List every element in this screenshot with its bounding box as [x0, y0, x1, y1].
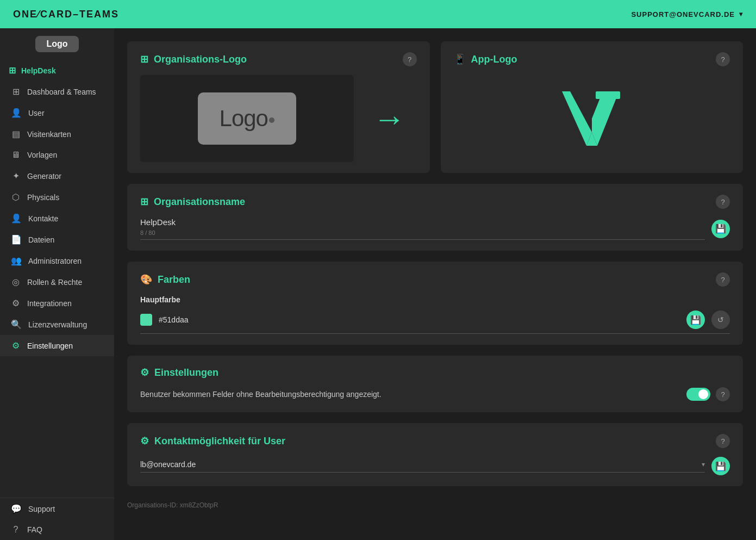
sidebar-item-label: User: [28, 109, 45, 117]
toggle-slider: [686, 388, 710, 401]
org-name-input[interactable]: [140, 218, 705, 227]
kontakt-save-button[interactable]: 💾: [711, 457, 730, 475]
sidebar-item-label: HelpDesk: [21, 66, 56, 75]
color-save-button[interactable]: 💾: [686, 311, 705, 329]
sidebar-item-label: FAQ: [27, 525, 42, 534]
help-icon: ?: [721, 55, 724, 64]
generator-icon: ✦: [11, 171, 21, 181]
sidebar-item-label: Integrationen: [27, 299, 72, 308]
sidebar-item-vorlagen[interactable]: 🖥 Vorlagen: [0, 145, 114, 165]
sidebar-item-label: Dashboard & Teams: [27, 88, 96, 96]
farben-title: 🎨 Farben: [140, 274, 190, 285]
sidebar-item-integrationen[interactable]: ⚙ Integrationen: [0, 293, 114, 314]
sidebar-item-rollen-rechte[interactable]: ◎ Rollen & Rechte: [0, 271, 114, 293]
sidebar-item-einstellungen[interactable]: ⚙ Einstellungen: [0, 335, 114, 356]
sidebar-item-label: Generator: [27, 172, 61, 181]
kontakt-dropdown-wrap: lb@onevcard.de ▾: [140, 460, 705, 473]
org-logo-card: ⊞ Organisations-Logo ? Logo →: [127, 41, 430, 173]
org-name-hint: 8 / 80: [140, 229, 705, 236]
contact-icon: ⚙: [140, 435, 149, 447]
kontakt-title: ⚙ Kontaktmöglichkeit für User: [140, 435, 285, 447]
image-icon: ⊞: [140, 53, 148, 65]
brand-name: ONE∕CARD–TEAMS: [13, 9, 119, 20]
org-name-save-button[interactable]: 💾: [711, 220, 730, 238]
sidebar-item-visitenkarten[interactable]: ▤ Visitenkarten: [0, 123, 114, 145]
farben-help-button[interactable]: ?: [716, 272, 730, 287]
arrow-right-icon: →: [373, 100, 406, 138]
roles-icon: ◎: [11, 277, 21, 287]
helpdesk-icon: ⊞: [9, 65, 16, 76]
sidebar-item-physicals[interactable]: ⬡ Physicals: [0, 187, 114, 208]
arrow-area: →: [363, 89, 417, 148]
kontakte-icon: 👤: [11, 213, 22, 224]
sidebar-item-lizenzverwaltung[interactable]: 🔍 Lizenzverwaltung: [0, 314, 114, 335]
app-logo-help-button[interactable]: ?: [716, 52, 730, 66]
help-icon: ?: [408, 55, 411, 64]
sidebar-item-label: Administratoren: [28, 257, 82, 265]
kontakt-dropdown[interactable]: lb@onevcard.de: [140, 460, 695, 469]
app-logo-display: [454, 75, 730, 162]
svg-marker-0: [562, 91, 592, 146]
toggle-controls: ?: [686, 387, 730, 401]
building-icon: ⊞: [140, 196, 148, 208]
sidebar-item-administratoren[interactable]: 👥 Administratoren: [0, 250, 114, 271]
help-icon: ?: [721, 276, 724, 284]
toggle-row: Benutzer bekommen Felder ohne Bearbeitun…: [140, 387, 730, 401]
sidebar-item-dateien[interactable]: 📄 Dateien: [0, 229, 114, 250]
logo-section: ⊞ Organisations-Logo ? Logo →: [127, 41, 743, 173]
admin-icon: 👥: [11, 256, 22, 266]
sidebar-logo-area: Logo: [0, 28, 114, 60]
help-icon: ?: [721, 198, 724, 206]
org-name-field-row: 8 / 80 💾: [140, 218, 730, 240]
sidebar-item-faq[interactable]: ? FAQ: [0, 519, 114, 540]
layout: Logo ⊞ HelpDesk ⊞ Dashboard & Teams 👤 Us…: [0, 28, 756, 540]
sidebar-item-support[interactable]: 💬 Support: [0, 498, 114, 519]
kontakt-help-button[interactable]: ?: [716, 434, 730, 448]
chevron-down-icon: ▾: [702, 461, 705, 468]
sidebar-item-label: Rollen & Rechte: [27, 278, 82, 287]
app-logo-card: 📱 App-Logo ?: [441, 41, 743, 173]
kontakt-card: ⚙ Kontaktmöglichkeit für User ? lb@onevc…: [127, 423, 743, 486]
color-row: #51ddaa 💾 ↺: [140, 311, 730, 334]
sidebar-item-label: Support: [28, 505, 55, 513]
sidebar-item-user[interactable]: 👤 User: [0, 102, 114, 123]
phone-icon: 📱: [454, 53, 466, 65]
sidebar-item-dashboard-teams[interactable]: ⊞ Dashboard & Teams: [0, 81, 114, 102]
sidebar-item-label: Visitenkarten: [27, 130, 71, 139]
sidebar-item-helpdesk[interactable]: ⊞ HelpDesk: [0, 60, 114, 81]
org-logo-help-button[interactable]: ?: [403, 52, 417, 66]
einstellungen-text: Benutzer bekommen Felder ohne Bearbeitun…: [140, 390, 686, 399]
kontakt-header: ⚙ Kontaktmöglichkeit für User ?: [140, 434, 730, 448]
chevron-down-icon: ▾: [739, 10, 743, 18]
settings-toggle[interactable]: [686, 388, 710, 401]
user-menu[interactable]: SUPPORT@ONEVCARD.DE ▾: [631, 10, 743, 18]
color-reset-button[interactable]: ↺: [711, 311, 730, 329]
user-email: SUPPORT@ONEVCARD.DE: [631, 10, 735, 18]
topbar: ONE∕CARD–TEAMS SUPPORT@ONEVCARD.DE ▾: [0, 0, 756, 28]
palette-icon: 🎨: [140, 274, 152, 285]
settings-icon: ⚙: [11, 340, 21, 351]
farben-card: 🎨 Farben ? Hauptfarbe #51ddaa 💾 ↺: [127, 262, 743, 345]
sidebar-item-label: Dateien: [28, 235, 54, 244]
color-swatch[interactable]: [140, 314, 152, 326]
sidebar-logo: Logo: [35, 36, 79, 52]
org-name-help-button[interactable]: ?: [716, 195, 730, 209]
hauptfarbe-label: Hauptfarbe: [140, 295, 730, 304]
sidebar-item-generator[interactable]: ✦ Generator: [0, 165, 114, 187]
dateien-icon: 📄: [11, 234, 22, 245]
help-icon: ?: [721, 437, 724, 445]
org-name-card: ⊞ Organisationsname ? 8 / 80 💾: [127, 184, 743, 251]
integration-icon: ⚙: [11, 298, 21, 308]
v7-logo-svg: [557, 83, 627, 154]
main-footer: Organisations-ID: xm8ZzObtpR: [127, 497, 743, 509]
svg-rect-3: [596, 91, 620, 99]
support-icon: 💬: [11, 504, 22, 514]
logo-placeholder-box: Logo: [198, 92, 296, 145]
einstellungen-help-button[interactable]: ?: [716, 387, 730, 401]
help-icon: ?: [721, 390, 724, 399]
app-logo-title: 📱 App-Logo: [454, 53, 517, 65]
org-logo-header: ⊞ Organisations-Logo ?: [140, 52, 417, 66]
einstellungen-header: ⚙ Einstellungen: [140, 367, 730, 378]
sidebar-item-kontakte[interactable]: 👤 Kontakte: [0, 208, 114, 229]
app-logo-header: 📱 App-Logo ?: [454, 52, 730, 66]
